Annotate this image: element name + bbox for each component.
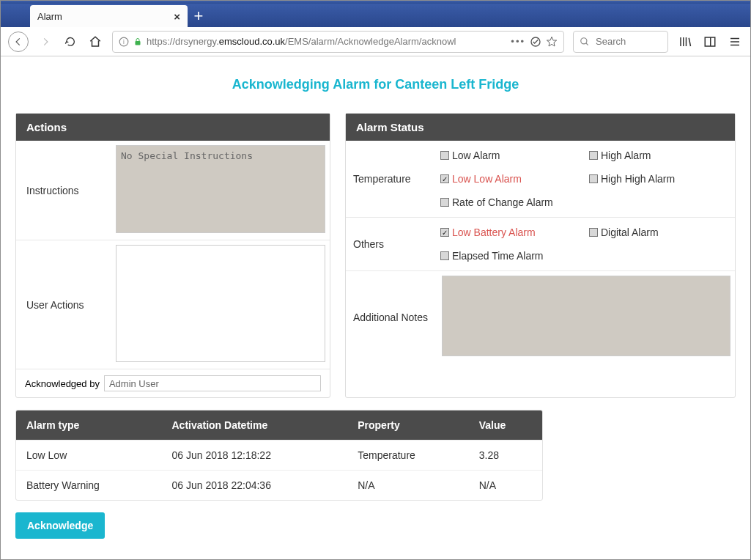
actions-body: Instructions User Actions Acknowledged b… [16,141,330,397]
url-pre: https://drsynergy. [147,36,219,47]
acknowledged-by-label: Acknowledged by [25,378,100,389]
low-battery-label: Low Battery Alarm [452,226,536,238]
url-text: https://drsynergy.emscloud.co.uk/EMS/ala… [147,36,506,47]
library-icon[interactable] [677,34,693,50]
svg-point-4 [581,37,587,43]
high-alarm-check[interactable]: High Alarm [589,150,732,161]
url-post: /EMS/alarm/AcknowledgeAlarm/acknowl [285,36,456,47]
col-type: Alarm type [16,410,161,440]
cell-datetime: 06 Jun 2018 22:04:36 [161,470,347,500]
menu-icon[interactable] [727,34,743,50]
more-icon[interactable]: ••• [511,36,525,47]
rate-of-change-label: Rate of Change Alarm [452,196,553,208]
additional-notes-row: Additional Notes [346,271,735,363]
alarm-status-panel: Alarm Status Temperature Low Alarm High … [345,113,736,398]
nav-toolbar: i https://drsynergy.emscloud.co.uk/EMS/a… [1,27,750,56]
new-tab-button[interactable]: + [188,5,210,27]
page-content: Acknowledging Alarm for Canteen Left Fri… [1,56,750,546]
low-low-alarm-check[interactable]: ✓Low Low Alarm [440,173,583,185]
acknowledged-by-input[interactable] [104,375,321,391]
high-high-alarm-check[interactable]: High High Alarm [589,173,732,185]
search-input[interactable] [594,35,662,48]
table-row: Battery Warning 06 Jun 2018 22:04:36 N/A… [16,470,542,500]
actions-panel: Actions Instructions User Actions [15,113,330,398]
home-button[interactable] [87,34,103,50]
additional-notes-textarea [442,276,730,356]
user-actions-textarea[interactable] [116,245,325,362]
forward-button[interactable] [37,34,53,50]
low-battery-check[interactable]: ✓Low Battery Alarm [440,226,583,238]
url-domain: emscloud.co.uk [219,36,285,47]
acknowledge-button[interactable]: Acknowledge [15,512,105,539]
table-row: Low Low 06 Jun 2018 12:18:22 Temperature… [16,440,542,470]
low-alarm-check[interactable]: Low Alarm [440,150,583,161]
instructions-label: Instructions [16,141,111,240]
tab-close-icon[interactable]: × [174,10,180,23]
high-high-alarm-label: High High Alarm [601,173,675,185]
elapsed-time-check[interactable]: Elapsed Time Alarm [440,250,732,262]
tab-strip: Alarm × + [1,4,750,27]
additional-notes-label: Additional Notes [346,271,437,363]
low-alarm-label: Low Alarm [452,150,500,161]
user-actions-label: User Actions [16,240,111,369]
temperature-label: Temperature [346,141,437,217]
search-icon [580,37,590,47]
others-label: Others [346,218,437,270]
cell-value: N/A [469,470,542,500]
reload-button[interactable] [62,34,78,50]
cell-property: Temperature [347,440,468,470]
high-alarm-label: High Alarm [601,150,651,161]
status-body: Temperature Low Alarm High Alarm ✓Low Lo… [346,141,735,363]
cell-property: N/A [347,470,468,500]
panels-row: Actions Instructions User Actions [15,113,736,398]
svg-text:i: i [123,38,125,45]
page-title: Acknowledging Alarm for Canteen Left Fri… [15,64,736,113]
status-heading: Alarm Status [346,114,735,141]
digital-alarm-check[interactable]: Digital Alarm [589,226,732,238]
instructions-textarea [116,145,325,233]
col-value: Value [469,410,542,440]
lock-icon [133,37,142,47]
temperature-row: Temperature Low Alarm High Alarm ✓Low Lo… [346,141,735,218]
digital-alarm-label: Digital Alarm [601,226,659,238]
search-box[interactable] [573,31,668,53]
instructions-section: Instructions [16,141,330,240]
url-bar[interactable]: i https://drsynergy.emscloud.co.uk/EMS/a… [112,31,564,53]
cell-value: 3.28 [469,440,542,470]
low-low-alarm-label: Low Low Alarm [452,173,522,185]
sidebar-icon[interactable] [702,34,718,50]
back-button[interactable] [8,32,29,52]
bookmark-icon[interactable] [546,36,558,48]
cell-type: Battery Warning [16,470,161,500]
tab-title: Alarm [37,11,174,22]
col-property: Property [347,410,468,440]
actions-heading: Actions [16,114,330,141]
svg-rect-2 [136,41,141,45]
col-datetime: Activation Datetime [161,410,347,440]
browser-tab[interactable]: Alarm × [30,5,188,27]
rate-of-change-check[interactable]: Rate of Change Alarm [440,196,732,208]
acknowledged-by-row: Acknowledged by [16,369,330,397]
elapsed-time-label: Elapsed Time Alarm [452,250,544,262]
info-icon[interactable]: i [119,37,129,47]
cell-datetime: 06 Jun 2018 12:18:22 [161,440,347,470]
shield-icon[interactable] [530,36,541,48]
alarm-table: Alarm type Activation Datetime Property … [15,410,543,501]
os-window: _ □ × Alarm × + i [0,0,751,560]
others-row: Others ✓Low Battery Alarm Digital Alarm … [346,218,735,271]
user-actions-section: User Actions [16,240,330,369]
cell-type: Low Low [16,440,161,470]
